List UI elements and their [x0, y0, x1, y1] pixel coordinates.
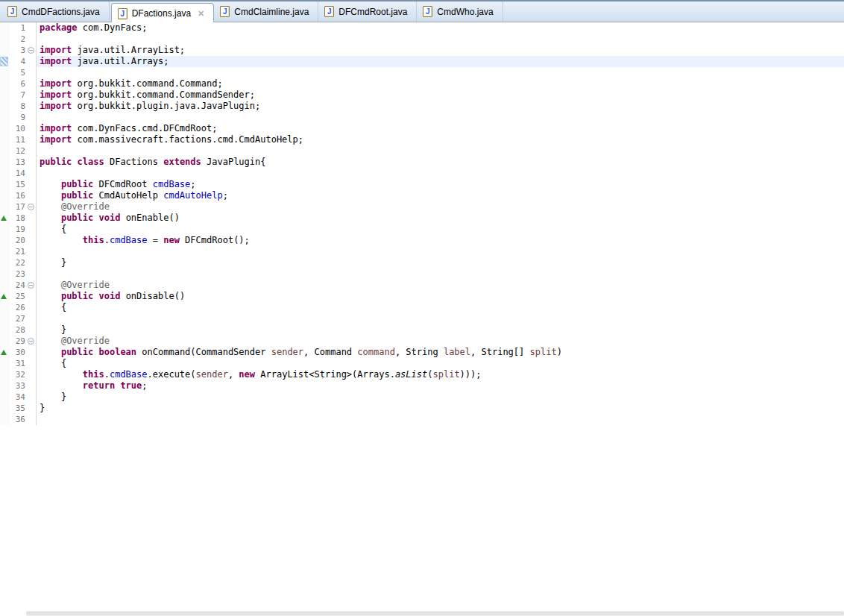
- fold-collapse-icon[interactable]: [28, 204, 34, 210]
- annotation-ruler[interactable]: [0, 302, 10, 313]
- code-line[interactable]: 33 return true;: [0, 380, 844, 392]
- code-line[interactable]: 15 public DFCmdRoot cmdBase;: [0, 179, 844, 190]
- annotation-ruler[interactable]: [0, 201, 10, 213]
- code-text[interactable]: import java.util.Arrays;: [36, 56, 844, 67]
- code-text[interactable]: {: [36, 224, 844, 235]
- annotation-ruler[interactable]: [0, 403, 10, 414]
- annotation-ruler[interactable]: [0, 257, 10, 268]
- annotation-ruler[interactable]: [0, 369, 10, 380]
- code-text[interactable]: this.cmdBase.execute(sender, new ArrayLi…: [36, 369, 844, 380]
- code-text[interactable]: [36, 246, 844, 257]
- code-text[interactable]: [36, 67, 844, 78]
- code-line[interactable]: 30 public boolean onCommand(CommandSende…: [0, 347, 844, 358]
- code-line[interactable]: 16 public CmdAutoHelp cmdAutoHelp;: [0, 190, 844, 201]
- code-text[interactable]: public void onDisable(): [36, 291, 844, 302]
- annotation-ruler[interactable]: [0, 112, 10, 123]
- code-line[interactable]: 7 import org.bukkit.command.CommandSende…: [0, 89, 844, 101]
- code-line[interactable]: 9: [0, 112, 844, 123]
- annotation-ruler[interactable]: [0, 358, 10, 369]
- annotation-ruler[interactable]: [0, 134, 10, 145]
- code-text[interactable]: [36, 145, 844, 157]
- annotation-ruler[interactable]: [0, 268, 10, 280]
- annotation-ruler[interactable]: [0, 190, 10, 201]
- tab-dfcmdroot-java[interactable]: J DFCmdRoot.java: [318, 1, 417, 22]
- code-line[interactable]: 3 import java.util.ArrayList;: [0, 45, 844, 56]
- annotation-ruler[interactable]: [0, 313, 10, 324]
- code-line[interactable]: 31 {: [0, 358, 844, 369]
- code-line[interactable]: 25 public void onDisable(): [0, 291, 844, 302]
- tab-cmdclaimline-java[interactable]: J CmdClaimline.java: [214, 1, 318, 22]
- annotation-ruler[interactable]: [0, 22, 10, 34]
- code-text[interactable]: {: [36, 302, 844, 313]
- annotation-ruler[interactable]: [0, 45, 10, 56]
- annotation-ruler[interactable]: [0, 280, 10, 291]
- code-text[interactable]: public DFCmdRoot cmdBase;: [36, 179, 844, 190]
- horizontal-scrollbar[interactable]: [26, 611, 844, 616]
- code-line[interactable]: 11 import com.massivecraft.factions.cmd.…: [0, 134, 844, 145]
- code-line[interactable]: 28 }: [0, 324, 844, 336]
- code-line[interactable]: 14: [0, 168, 844, 179]
- code-line[interactable]: 26 {: [0, 302, 844, 313]
- annotation-ruler[interactable]: [0, 89, 10, 101]
- code-text[interactable]: public class DFactions extends JavaPlugi…: [36, 157, 844, 168]
- code-text[interactable]: }: [36, 324, 844, 336]
- code-line[interactable]: 23: [0, 268, 844, 280]
- code-line[interactable]: 2: [0, 34, 844, 45]
- code-text[interactable]: @Override: [36, 201, 844, 213]
- code-text[interactable]: import com.massivecraft.factions.cmd.Cmd…: [36, 134, 844, 145]
- code-line[interactable]: 20 this.cmdBase = new DFCmdRoot();: [0, 235, 844, 246]
- code-text[interactable]: }: [36, 392, 844, 403]
- annotation-ruler[interactable]: [0, 224, 10, 235]
- code-text[interactable]: [36, 414, 844, 425]
- code-text[interactable]: this.cmdBase = new DFCmdRoot();: [36, 235, 844, 246]
- code-text[interactable]: return true;: [36, 380, 844, 392]
- fold-collapse-icon[interactable]: [28, 338, 34, 345]
- code-text[interactable]: package com.DynFacs;: [36, 22, 844, 34]
- code-text[interactable]: public CmdAutoHelp cmdAutoHelp;: [36, 190, 844, 201]
- annotation-ruler[interactable]: [0, 235, 10, 246]
- close-tab-icon[interactable]: ✕: [198, 9, 204, 19]
- annotation-ruler[interactable]: [0, 336, 10, 347]
- annotation-ruler[interactable]: [0, 56, 10, 67]
- code-line[interactable]: 17 @Override: [0, 201, 844, 213]
- code-line[interactable]: 29 @Override: [0, 336, 844, 347]
- code-line[interactable]: 13 public class DFactions extends JavaPl…: [0, 157, 844, 168]
- tab-cmddfactions-java[interactable]: J CmdDFactions.java: [1, 1, 110, 22]
- code-text[interactable]: public void onEnable(): [36, 213, 844, 224]
- code-text[interactable]: [36, 34, 844, 45]
- code-text[interactable]: [36, 112, 844, 123]
- annotation-ruler[interactable]: [0, 324, 10, 336]
- code-line[interactable]: 36: [0, 414, 844, 425]
- annotation-ruler[interactable]: [0, 380, 10, 392]
- code-line[interactable]: 35 }: [0, 403, 844, 414]
- code-line[interactable]: 34 }: [0, 392, 844, 403]
- annotation-ruler[interactable]: [0, 157, 10, 168]
- code-text[interactable]: @Override: [36, 336, 844, 347]
- code-text[interactable]: [36, 168, 844, 179]
- code-text[interactable]: import org.bukkit.plugin.java.JavaPlugin…: [36, 101, 844, 112]
- annotation-ruler[interactable]: [0, 213, 10, 224]
- code-text[interactable]: {: [36, 358, 844, 369]
- code-line[interactable]: 24 @Override: [0, 280, 844, 291]
- code-line[interactable]: 8 import org.bukkit.plugin.java.JavaPlug…: [0, 101, 844, 112]
- horizontal-scrollbar-thumb[interactable]: [26, 612, 844, 615]
- code-line[interactable]: 1 package com.DynFacs;: [0, 22, 844, 34]
- code-text[interactable]: }: [36, 257, 844, 268]
- annotation-ruler[interactable]: [0, 392, 10, 403]
- code-line[interactable]: 19 {: [0, 224, 844, 235]
- code-text[interactable]: public boolean onCommand(CommandSender s…: [36, 347, 844, 358]
- code-line[interactable]: 5: [0, 67, 844, 78]
- fold-collapse-icon[interactable]: [28, 282, 34, 289]
- code-text[interactable]: import org.bukkit.command.CommandSender;: [36, 89, 844, 101]
- code-text[interactable]: import com.DynFacs.cmd.DFCmdRoot;: [36, 123, 844, 134]
- annotation-ruler[interactable]: [0, 414, 10, 425]
- code-line[interactable]: 18 public void onEnable(): [0, 213, 844, 224]
- annotation-ruler[interactable]: [0, 168, 10, 179]
- fold-collapse-icon[interactable]: [28, 47, 34, 54]
- annotation-ruler[interactable]: [0, 78, 10, 89]
- code-line[interactable]: 27: [0, 313, 844, 324]
- code-text[interactable]: [36, 313, 844, 324]
- annotation-ruler[interactable]: [0, 101, 10, 112]
- code-line[interactable]: 32 this.cmdBase.execute(sender, new Arra…: [0, 369, 844, 380]
- code-text[interactable]: import org.bukkit.command.Command;: [36, 78, 844, 89]
